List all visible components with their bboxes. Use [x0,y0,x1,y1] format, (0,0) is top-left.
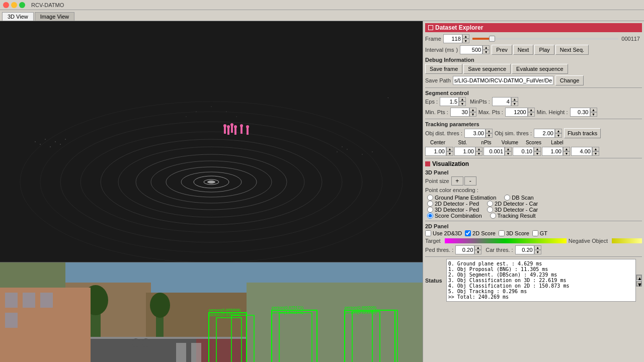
evaluate-sequence-button[interactable]: Evaluate sequence [512,64,568,74]
min-height-spinbox-buttons[interactable]: ▲ ▼ [590,108,597,117]
interval-spinbox[interactable]: ▲ ▼ [460,45,490,54]
center-spinbox[interactable]: ▲ ▼ [425,147,453,156]
radio-3d-ped-input[interactable] [427,207,433,213]
ped-thres-buttons[interactable]: ▲ ▼ [474,245,481,254]
scores-buttons[interactable]: ▲ ▼ [563,147,570,156]
label-input[interactable] [571,147,592,156]
eps-spinbox-buttons[interactable]: ▲ ▼ [459,97,466,106]
scrollbar-down[interactable]: ▼ [636,281,641,286]
checkbox-use-2d3d[interactable]: Use 2D&3D [425,230,462,236]
save-frame-button[interactable]: Save frame [425,64,462,74]
eps-up[interactable]: ▲ [459,97,466,102]
ped-thres-down[interactable]: ▼ [474,250,481,254]
std-up[interactable]: ▲ [475,147,482,151]
checkbox-3d-score[interactable]: 3D Score [499,230,529,236]
frame-down-button[interactable]: ▼ [462,39,469,43]
scores-up[interactable]: ▲ [563,147,570,151]
interval-input[interactable] [460,45,482,54]
radio-2d-car-input[interactable] [487,201,493,207]
label-spinbox[interactable]: ▲ ▼ [571,147,599,156]
save-sequence-button[interactable]: Save sequence [463,64,511,74]
scores-spinbox[interactable]: ▲ ▼ [542,147,570,156]
car-thres-down[interactable]: ▼ [534,250,541,254]
next-seq-button[interactable]: Next Seq. [555,45,589,55]
checkbox-2d-score[interactable]: 2D Score [465,230,496,236]
interval-down[interactable]: ▼ [482,50,490,54]
interval-up[interactable]: ▲ [482,45,490,50]
ped-thres-input[interactable] [455,245,474,254]
frame-input[interactable] [443,34,462,43]
radio-2d-car[interactable]: 2D Detector - Car [487,201,538,207]
frame-up-button[interactable]: ▲ [462,34,469,39]
radio-ground-plane-input[interactable] [427,195,433,201]
frame-spinbox-buttons[interactable]: ▲ ▼ [462,34,469,43]
ped-thres-up[interactable]: ▲ [474,245,481,250]
std-down[interactable]: ▼ [475,151,482,156]
min-pts2-up[interactable]: ▲ [469,108,476,112]
interval-spinbox-buttons[interactable]: ▲ ▼ [482,45,490,54]
status-scrollbar[interactable]: ▲ ▼ [636,275,642,287]
volume-down[interactable]: ▼ [534,151,541,156]
obj-sim-spinbox[interactable]: ▲ ▼ [534,129,562,138]
radio-score-combination[interactable]: Score Combination [427,213,482,219]
car-thres-up[interactable]: ▲ [534,245,541,250]
play-button[interactable]: Play [534,45,554,55]
min-pts2-spinbox-buttons[interactable]: ▲ ▼ [469,108,476,117]
center-buttons[interactable]: ▲ ▼ [446,147,453,156]
max-pts-input[interactable] [505,108,528,117]
max-pts-spinbox-buttons[interactable]: ▲ ▼ [528,108,535,117]
flush-tracks-button[interactable]: Flush tracks [564,128,601,138]
volume-buttons[interactable]: ▲ ▼ [534,147,541,156]
center-up[interactable]: ▲ [446,147,453,151]
radio-2d-ped[interactable]: 2D Detector - Ped [427,201,479,207]
gt-checkbox[interactable] [532,230,538,236]
obj-dist-spinbox[interactable]: ▲ ▼ [464,129,493,138]
min-pts-spinbox[interactable]: ▲ ▼ [492,97,518,106]
obj-dist-input[interactable] [464,129,486,138]
radio-3d-car[interactable]: 3D Detector - Car [487,207,538,213]
center-down[interactable]: ▼ [446,151,453,156]
obj-sim-input[interactable] [534,129,555,138]
min-height-down[interactable]: ▼ [590,112,597,117]
eps-down[interactable]: ▼ [459,102,466,106]
label-down[interactable]: ▼ [592,151,599,156]
center-input[interactable] [425,147,446,156]
max-pts-up[interactable]: ▲ [528,108,535,112]
radio-3d-ped[interactable]: 3D Detector - Ped [427,207,479,213]
point-size-plus[interactable]: + [451,176,463,186]
checkbox-gt[interactable]: GT [532,230,547,236]
tab-image-view[interactable]: Image View [35,12,74,21]
prev-button[interactable]: Prev [492,45,512,55]
npts-down[interactable]: ▼ [505,151,512,156]
car-thres-buttons[interactable]: ▲ ▼ [534,245,541,254]
max-pts-down[interactable]: ▼ [528,112,535,117]
3d-score-checkbox[interactable] [499,230,505,236]
volume-spinbox[interactable]: ▲ ▼ [513,147,541,156]
eps-input[interactable] [440,97,459,106]
ped-thres-spinbox[interactable]: ▲ ▼ [455,245,481,254]
min-pts-spinbox-buttons[interactable]: ▲ ▼ [511,97,518,106]
std-input[interactable] [454,147,475,156]
tab-3d-view[interactable]: 3D View [2,12,34,21]
max-pts-spinbox[interactable]: ▲ ▼ [505,108,535,117]
min-pts2-down[interactable]: ▼ [469,112,476,117]
frame-spinbox[interactable]: ▲ ▼ [443,34,469,43]
min-pts-input[interactable] [492,97,511,106]
obj-dist-down[interactable]: ▼ [486,133,493,138]
3d-view[interactable]: · [0,21,423,262]
scores-input[interactable] [542,147,563,156]
car-thres-input[interactable] [515,245,534,254]
volume-up[interactable]: ▲ [534,147,541,151]
use-2d3d-checkbox[interactable] [425,230,431,236]
eps-spinbox[interactable]: ▲ ▼ [440,97,466,106]
radio-db-scan[interactable]: DB Scan [504,195,533,201]
min-pts2-input[interactable] [450,108,469,117]
obj-sim-buttons[interactable]: ▲ ▼ [555,129,562,138]
save-path-input[interactable] [453,76,553,85]
radio-db-scan-input[interactable] [504,195,510,201]
radio-3d-car-input[interactable] [487,207,493,213]
radio-ground-plane[interactable]: Ground Plane Estimation [427,195,496,201]
min-pts2-spinbox[interactable]: ▲ ▼ [450,108,476,117]
obj-sim-down[interactable]: ▼ [555,133,562,138]
2d-view[interactable]: person(0.855908) person(0.835908) person… [0,262,423,362]
